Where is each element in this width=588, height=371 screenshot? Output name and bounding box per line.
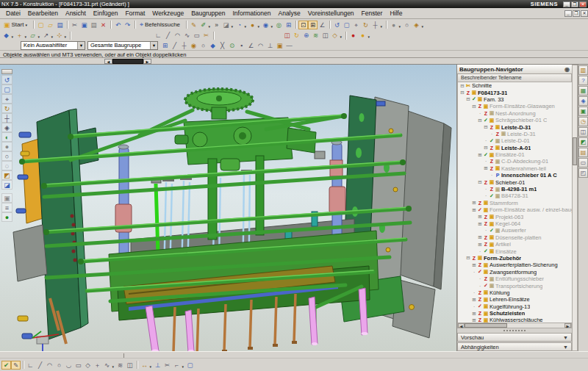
tree-node[interactable]: ⊟Z▣Form-Einsätze-Glaswagen [458,103,572,109]
tree-node[interactable]: ⊞Z▣Projekt-063 [458,213,572,220]
restore-button[interactable]: ❐ [571,1,578,7]
tree-node[interactable]: ⊞Z▣Kastenrahmen-teil [458,165,572,172]
snap-center-icon[interactable]: ◆ [208,41,218,50]
circle-icon[interactable]: ○ [54,361,64,370]
pattern-icon[interactable]: ⊞ [284,21,293,29]
arc-icon[interactable]: ◠ [173,31,182,40]
hscroll-right-icon[interactable]: ▶ [564,323,571,328]
tree-node[interactable]: ⊟✓▣Fam. 33 [458,96,572,103]
trim-icon[interactable]: ✂ [162,361,172,370]
unite-icon[interactable]: ●▾ [248,21,257,29]
tree-node[interactable]: ·✓▣Leiste-D-01 [458,137,572,144]
measure-icon[interactable]: ∠ [318,21,327,29]
tree-node[interactable]: ⊞Z▣Lehren-Einsätze [458,296,572,303]
rotate-view-icon[interactable]: ↻ [361,21,370,29]
tree-node[interactable]: ·✓▣Zwangsentformung [458,269,572,275]
refresh-icon[interactable]: ↺ [1,75,12,84]
checkbox-icon[interactable]: ✓ [483,248,489,254]
tree-node[interactable]: ·Z▣Leiste-D-31 [458,131,572,137]
snap-existing-icon[interactable]: ▪ [237,41,246,50]
title-bar[interactable]: NX 7.5 - Konstruktion - [F084173-31.prt … [0,0,588,8]
reuse-library-icon[interactable]: ◈ [578,96,588,106]
expand-icon[interactable]: ⊞ [471,207,477,213]
expand-icon[interactable]: ⊞ [471,200,477,206]
quick-trim-icon[interactable]: ✂ [201,31,211,40]
refresh-view-icon[interactable]: ↺ [332,21,342,29]
collapse-icon[interactable]: ⊟ [471,104,477,109]
polygon-icon[interactable]: ◇ [83,361,93,370]
window-h-icon[interactable]: ⊡ [298,21,308,29]
mold-assembly-model[interactable]: Z [0,65,457,351]
close-button[interactable]: ✕ [579,1,587,7]
snap-mid-icon[interactable]: ○ [198,41,208,50]
rectangle-icon[interactable]: ▭ [192,31,201,40]
menu-baugruppen[interactable]: Baugruppen [187,9,229,18]
collapse-icon[interactable]: ⊟ [459,90,465,96]
checkbox-icon[interactable]: ✓ [477,269,483,275]
tree-node[interactable]: ⊞Z▣Stammform [458,200,572,206]
tree-node[interactable]: ⊟Z▣Leiste-A-01 [458,145,572,151]
combo-dropdown-icon[interactable]: ▼ [150,42,157,49]
sketch-icon[interactable]: ✎ [189,21,198,29]
cut-icon[interactable]: ✂ [70,21,79,29]
datum-icon[interactable]: ✐▾ [198,21,208,29]
expand-icon[interactable]: ⊞ [477,152,483,158]
constraint-icon[interactable]: ⊥ [153,361,162,370]
checkbox-icon[interactable]: ✓ [483,283,489,289]
tree-node[interactable]: ·Z▣C-D-Abdeckung-01 [458,158,572,165]
layer-icon[interactable]: ≡ [1,203,12,212]
vector-icon[interactable]: ↗▾ [41,31,51,40]
static-wireframe-icon[interactable]: ◌ [1,161,12,170]
menu-informationen[interactable]: Informationen [229,9,275,18]
tree-node[interactable]: ·Z▣Kühlung [458,289,572,296]
menu-analyse[interactable]: Analyse [274,9,304,18]
tree-node[interactable]: ⊞✓▣Einsätze-01 [458,151,572,158]
command-finder-button[interactable]: ⌖ Befehlssuche [137,20,184,29]
checkbox-icon[interactable]: ✓ [477,207,483,213]
dimension-icon[interactable]: ↔▾ [140,361,149,370]
expand-icon[interactable]: ⊞ [471,262,477,268]
orient-icon[interactable]: ◈▾ [412,21,421,29]
profile-icon[interactable]: ∟ [154,31,163,40]
tree-node[interactable]: ⊞Z▣Auswerferplatten-Sicherung [458,262,572,268]
shaded-edges-icon[interactable]: ◐ [1,132,12,142]
material-gold-icon[interactable]: ●▾ [358,31,368,40]
fit-view-icon[interactable]: ▢ [342,21,351,29]
assembly-constraints-icon[interactable]: ◫ [282,31,292,40]
sketch-active-icon[interactable]: ✎ [11,361,21,370]
plane-icon[interactable]: ▱▾ [28,31,37,40]
tree-node[interactable]: ·Z▣Entlüftungsschieber [458,275,572,282]
checkbox-icon[interactable]: ✓ [477,303,483,309]
snap-perp-icon[interactable]: ⊥ [265,41,275,50]
render-sphere-icon[interactable]: ● [1,212,12,222]
spline-icon[interactable]: ∿▾ [102,361,112,370]
tree-node[interactable]: ·✓▣Auswerfer [458,227,572,234]
expand-icon[interactable]: ⊞ [471,311,477,317]
tree-node[interactable]: ⊞Z▣Artikel [458,241,572,248]
snapshot-icon[interactable]: ▣ [1,193,12,203]
zoom-icon[interactable]: ⌖ [1,94,12,104]
checkbox-icon[interactable]: ✓ [489,228,495,234]
checkbox-icon[interactable]: ✓ [483,118,489,123]
assembly-navigator-icon[interactable]: ▥ [578,65,588,75]
constraint-navigator-icon[interactable]: ? [578,76,588,85]
selection-filter-combo[interactable]: Kein Auswahlfilter ▼ [21,41,85,50]
exploded-view-icon[interactable]: ◇▾ [330,31,340,40]
highlight-icon[interactable]: ╱ [170,41,179,50]
minimize-button[interactable]: _ [563,1,570,7]
tree-node[interactable]: ⊟Z▣Form-Zubehör [458,255,572,262]
fit-icon[interactable]: ▢ [1,84,12,94]
checkbox-icon[interactable]: ✓ [489,138,495,144]
combo-dropdown-icon[interactable]: ▼ [77,42,85,49]
tree-node[interactable]: ⊟Z▣F084173-31 [458,89,572,96]
crosshair-icon[interactable]: ┼ [179,41,189,50]
tree-node[interactable]: ·PInnenschieber 01 A C [458,172,572,179]
snap-end-icon[interactable]: ◉ [189,41,198,50]
dock-scroll-right-icon[interactable]: ▶ [143,59,151,64]
menu-hilfe[interactable]: Hilfe [386,9,406,18]
csys-icon[interactable]: ⊹▾ [54,31,64,40]
rotate-icon[interactable]: ↻ [1,104,12,113]
section-icon[interactable]: ◪ [1,180,12,190]
hd3d-icon[interactable]: ▣ [578,107,588,116]
expand-icon[interactable]: ⊞ [477,242,483,248]
